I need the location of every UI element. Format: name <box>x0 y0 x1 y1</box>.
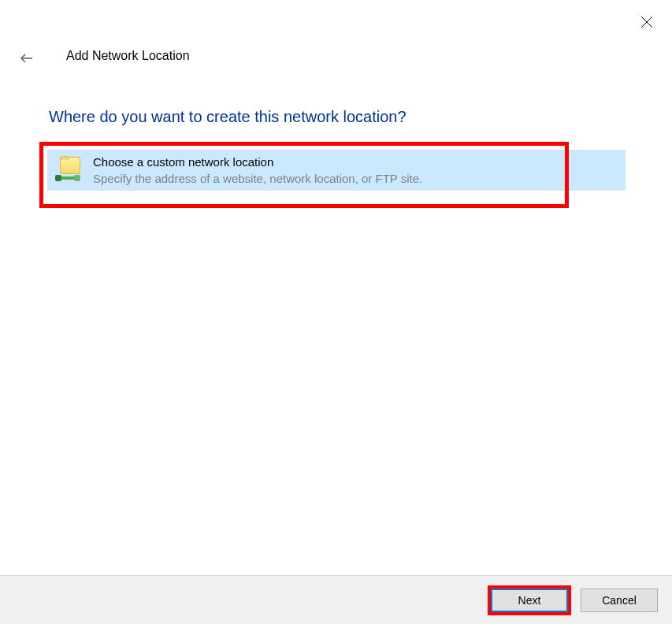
close-button[interactable] <box>639 14 655 30</box>
cancel-button[interactable]: Cancel <box>581 589 658 612</box>
next-button[interactable]: Next <box>491 589 568 612</box>
back-arrow-icon <box>19 50 35 66</box>
footer-bar: Next Cancel <box>0 575 672 624</box>
page-heading: Where do you want to create this network… <box>49 108 407 126</box>
wizard-title: Add Network Location <box>66 49 190 63</box>
highlight-box-option <box>39 142 569 208</box>
back-button[interactable] <box>17 49 36 68</box>
highlight-box-next: Next <box>488 585 571 615</box>
close-icon <box>640 16 653 28</box>
